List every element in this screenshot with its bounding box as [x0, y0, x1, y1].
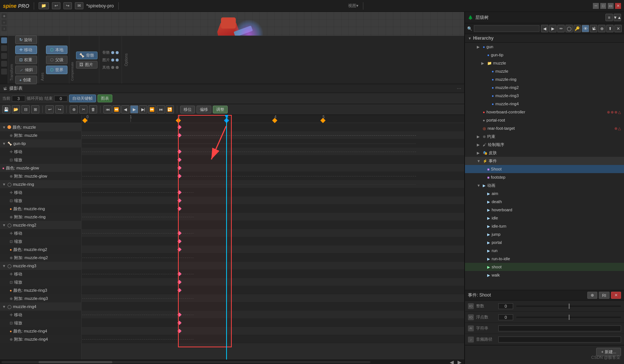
rotate-btn[interactable]: ↻ 旋转 [15, 36, 37, 44]
track-gun-tip[interactable]: ▼ 🦴 gun-tip [0, 139, 81, 148]
timeline-tracks[interactable]: 0 1 2 3 [82, 115, 464, 360]
hier-item-run-to-idle[interactable]: ▶ run-to-idle [465, 255, 624, 263]
kf-24[interactable] [177, 312, 181, 317]
trow-16[interactable] [82, 245, 464, 254]
trow-14[interactable] [82, 229, 464, 237]
scroll-right[interactable]: ▶ [456, 359, 463, 364]
filter-export-btn[interactable]: ⬆ [606, 25, 614, 32]
tool-4[interactable] [1, 61, 7, 67]
track-muzzle-ring4-move[interactable]: ✛ 移动 [0, 311, 81, 319]
filter-vis-btn[interactable]: 👁 [582, 25, 589, 32]
hier-item-anim-group[interactable]: ▼ ▶ 动画 [465, 181, 624, 189]
hier-item-shoot-anim[interactable]: ▶ shoot [465, 263, 624, 271]
minimize-btn[interactable]: ─ [593, 3, 599, 9]
hier-item-muzzle-ring2[interactable]: ● muzzle-ring2 [465, 83, 624, 92]
ctrl-btn4[interactable]: ⊞ [31, 105, 39, 113]
track-attach-muzzle-glow[interactable]: ⊕ 附加: muzzle-glow [0, 172, 81, 180]
trow-8[interactable] [82, 180, 464, 188]
play-btn[interactable]: ▶ [130, 105, 138, 113]
move-btn[interactable]: 移位 [180, 106, 195, 113]
trow-1[interactable] [82, 123, 464, 131]
ctrl-btn9[interactable]: 🗑 [89, 105, 97, 113]
scroll-thumb[interactable] [39, 361, 112, 363]
vis-dot-4[interactable] [116, 59, 119, 62]
prev-btn[interactable]: ◀ [121, 105, 129, 113]
redo2-btn[interactable]: ↪ [55, 105, 63, 113]
trow-15[interactable] [82, 237, 464, 245]
prop-input-audio[interactable] [498, 337, 621, 343]
next-frame-btn[interactable]: ⏩ [148, 105, 156, 113]
kf-2[interactable] [177, 133, 181, 137]
hier-item-skin[interactable]: ▶ 🎭 皮肤 [465, 149, 624, 157]
hier-item-hoverboard-anim[interactable]: ▶ hoverboard [465, 206, 624, 214]
search-next-btn[interactable]: ▶ [549, 25, 557, 32]
load-btn[interactable]: 📂 [12, 105, 20, 113]
trow-22[interactable] [82, 294, 464, 302]
track-attach-muzzle[interactable]: ⊕ 附加: muzzle [0, 131, 81, 139]
kf-26[interactable] [177, 329, 181, 333]
track-color-muzzle-ring[interactable]: ● 颜色: muzzle-ring [0, 205, 81, 213]
trow-4[interactable] [82, 148, 464, 156]
timeline-scrollbar[interactable]: ◀ ▶ [0, 360, 464, 364]
maximize-btn[interactable]: □ [600, 3, 606, 9]
trow-2[interactable] [82, 131, 464, 139]
tool-2[interactable] [1, 45, 7, 51]
hier-toolbar-btn1[interactable]: ≡ [605, 14, 613, 21]
trow-5[interactable] [82, 156, 464, 164]
filter-anim-btn[interactable]: 📽 [590, 25, 597, 32]
track-muzzle-ring4-scale[interactable]: ⊡ 缩放 [0, 319, 81, 327]
hier-toolbar-btn2[interactable]: ▼▲ [614, 14, 621, 21]
track-muzzle-ring2[interactable]: ▼ ◯ muzzle-ring2 [0, 221, 81, 229]
kf-20[interactable] [177, 280, 181, 284]
kf-25[interactable] [177, 321, 181, 325]
track-color-muzzle[interactable]: ▼ 颜色: muzzle [0, 123, 81, 131]
save-btn[interactable]: 💾 [2, 105, 10, 113]
hier-item-gun[interactable]: ▶ ● gun [465, 43, 624, 51]
undo-btn[interactable]: ↩ [52, 2, 60, 9]
kf-9[interactable] [177, 190, 181, 194]
skip-end-btn[interactable]: ⏭ [157, 105, 165, 113]
search-prev-btn[interactable]: ◀ [541, 25, 548, 32]
filter-circle-btn[interactable]: ◯ [565, 25, 573, 32]
trow-25[interactable] [82, 319, 464, 327]
vp-tool1[interactable]: ⊕ [1, 13, 7, 19]
vis-dot-3[interactable] [111, 59, 114, 62]
track-muzzle-ring3[interactable]: ▼ ◯ muzzle-ring3 [0, 262, 81, 270]
delete-event-btn[interactable]: ✕ [611, 292, 621, 299]
vp-tool3[interactable]: ↕ [1, 26, 7, 31]
chart-btn[interactable]: 图表 [98, 95, 112, 102]
track-color-muzzle-ring4[interactable]: ● 颜色: muzzle-ring4 [0, 327, 81, 335]
filter-edit-btn[interactable]: ✏ [557, 25, 565, 32]
tool-select[interactable] [1, 37, 7, 43]
hier-item-portal-root[interactable]: ● portal-root [465, 116, 624, 124]
vis-dot-6[interactable] [116, 66, 119, 69]
search-input[interactable] [474, 25, 539, 32]
hier-item-rear-foot[interactable]: ◎ rear-foot-target ⊕ △ [465, 124, 624, 132]
track-muzzle-ring2-move[interactable]: ✛ 移动 [0, 229, 81, 237]
timeline-menu[interactable]: ⋯ [457, 86, 461, 91]
loop-btn[interactable]: 🔁 [166, 105, 174, 113]
hier-item-shoot[interactable]: ■ Shoot [465, 165, 624, 173]
trow-17[interactable] [82, 254, 464, 262]
trow-24[interactable] [82, 311, 464, 319]
ri-btn[interactable]: RI [599, 292, 610, 299]
trow-26[interactable] [82, 327, 464, 335]
kf-21[interactable] [177, 288, 181, 292]
trow-27[interactable] [82, 335, 464, 343]
local-btn[interactable]: ⬡ 本地 [46, 46, 67, 54]
offset-btn[interactable]: 偏移 [197, 106, 211, 113]
hier-item-aim[interactable]: ▶ aim [465, 189, 624, 198]
kf-11[interactable] [177, 206, 181, 211]
track-color-muzzle-ring3[interactable]: ● 颜色: muzzle-ring3 [0, 286, 81, 294]
track-muzzle-ring-move[interactable]: ✛ 移动 [0, 188, 81, 196]
trow-20[interactable] [82, 278, 464, 286]
hier-item-muzzle-ring4[interactable]: ● muzzle-ring4 [465, 100, 624, 108]
trow-12[interactable] [82, 213, 464, 221]
current-value[interactable] [12, 96, 25, 102]
ctrl-btn7[interactable]: ⊗ [70, 105, 78, 113]
kf-6[interactable] [177, 166, 181, 170]
trow-9[interactable] [82, 188, 464, 196]
open-file-btn[interactable]: 📁 [39, 2, 49, 9]
prev-frame-btn[interactable]: ⏪ [112, 105, 120, 113]
trow-18[interactable] [82, 262, 464, 270]
